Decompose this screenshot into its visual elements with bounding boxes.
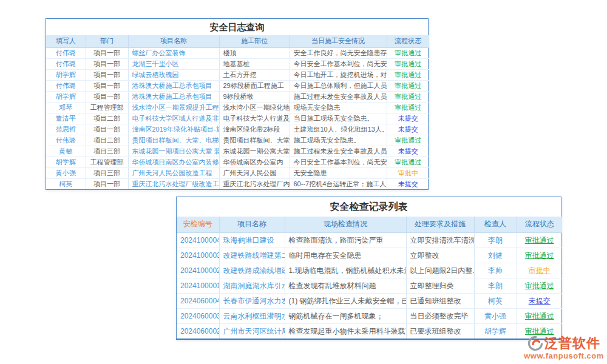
action-cell: 立即安排清洗车清洗	[406, 232, 474, 248]
status-cell[interactable]: 审批通过	[387, 157, 429, 167]
project-cell[interactable]: 港珠澳大桥施工总承包项目	[128, 91, 219, 102]
project-cell[interactable]: 港珠澳大桥施工总承包项目	[128, 80, 219, 91]
column-header-inspector[interactable]: 检查人	[474, 217, 517, 232]
location-cell: 潼南区绿化带2标段	[219, 124, 290, 135]
status-cell[interactable]: 审批中	[387, 167, 429, 178]
situation-cell: 施工过程未发生安全事故及人员受伤情况	[290, 91, 387, 102]
project-cell[interactable]: 改建铁路成渝线增建第二直...	[219, 263, 285, 278]
project-cell[interactable]: 浅水湾小区一期景观提升工程施工	[128, 102, 219, 113]
writer-cell[interactable]: 邓琴	[46, 102, 86, 113]
status-cell[interactable]: 审批通过	[387, 91, 429, 102]
id-cell[interactable]: 2024060002	[177, 323, 219, 339]
brand-url: www.fanpusoft.com	[524, 351, 604, 360]
id-cell[interactable]: 2024060003	[177, 308, 219, 323]
status-cell[interactable]: 审批中	[517, 263, 562, 278]
writer-cell[interactable]: 胡学辉	[46, 91, 86, 102]
situation-cell: 土建班组10人、绿化班组13人。施工现...	[290, 124, 387, 135]
status-cell[interactable]: 审批通过	[387, 58, 429, 69]
project-cell[interactable]: 东城花园一期项目公寓大堂 装饰工程	[128, 146, 219, 157]
inspector-cell[interactable]: 柯英	[474, 293, 517, 308]
project-cell[interactable]: 贵阳项目样板间、大堂、电梯厅装修工程	[128, 135, 219, 146]
status-cell[interactable]: 审批通过	[387, 80, 429, 91]
project-cell[interactable]: 华侨城项目南区办公室内装修工程	[128, 157, 219, 167]
id-cell[interactable]: 2024060004	[177, 293, 219, 308]
location-cell: 浅水湾小区一期绿化地	[219, 102, 290, 113]
column-header-status: 流程状态	[387, 35, 429, 47]
id-cell[interactable]: 2024100004	[177, 232, 219, 248]
dept-cell: 项目二部	[86, 135, 128, 146]
id-cell[interactable]: 2024100001	[177, 278, 219, 293]
column-header-project[interactable]: 项目名称	[219, 217, 285, 232]
finding-cell: 检查路面清洗，路面污染严重	[285, 232, 406, 248]
status-cell[interactable]: 审批通过	[517, 248, 562, 263]
column-header-id[interactable]: 安检编号	[177, 217, 219, 232]
inspector-cell[interactable]: 李朗	[474, 232, 517, 248]
writer-cell[interactable]: 范思哲	[46, 124, 86, 135]
writer-cell[interactable]: 付伟璐	[46, 47, 86, 58]
id-cell[interactable]: 2024100002	[177, 263, 219, 278]
status-cell[interactable]: 未提交	[517, 293, 562, 308]
inspector-cell[interactable]: 黄小强	[474, 308, 517, 323]
writer-cell[interactable]: 黄敏	[46, 146, 86, 157]
writer-cell[interactable]: 胡学辉	[46, 69, 86, 80]
inspector-cell[interactable]: 胡学辉	[474, 323, 517, 339]
status-cell[interactable]: 未提交	[387, 178, 429, 189]
writer-cell[interactable]: 付伟璐	[46, 80, 86, 91]
safety-log-body: 付伟璐项目一部螺丝厂办公室装饰楼顶安全工作良好，尚无安全隐患存在审批通过付伟璐项…	[46, 47, 429, 189]
table-row: 黄敏项目三部东城花园一期项目公寓大堂 装饰工程东城花园一期公寓大堂施工过程未发生…	[46, 146, 429, 157]
situation-cell: 今日安全工作基本到位，尚无安全隐患...	[290, 157, 387, 167]
location-cell: 广州天河人民公园	[219, 167, 290, 178]
project-cell[interactable]: 螺丝厂办公室装饰	[128, 47, 219, 58]
inspector-cell[interactable]: 李朗	[474, 278, 517, 293]
location-cell: 地基基桩	[219, 58, 290, 69]
writer-cell[interactable]: 柯英	[46, 178, 86, 189]
status-cell[interactable]: 审批通过	[387, 69, 429, 80]
project-cell[interactable]: 电子科技大学区域人行道及非机动车道工程	[128, 113, 219, 124]
page: 安全日志查询 填写人部门项目名称施工部位当日施工安全情况流程状态 付伟璐项目一部…	[0, 0, 607, 364]
writer-cell[interactable]: 付伟璐	[46, 135, 86, 146]
table-row: 邓琴工程管理部浅水湾小区一期景观提升工程施工浅水湾小区一期绿化地现场无安全隐患审…	[46, 102, 429, 113]
project-cell[interactable]: 广州天河人民公园改造工程	[128, 167, 219, 178]
project-cell[interactable]: 龙湖三千里小区	[128, 58, 219, 69]
situation-cell: 施工现场无安全隐患。	[290, 135, 387, 146]
column-header-finding[interactable]: 现场检查情况	[285, 217, 406, 232]
status-cell[interactable]: 审批通过	[387, 102, 429, 113]
location-cell: 电子科技大学人行道及非...	[219, 113, 290, 124]
project-cell[interactable]: 改建铁路线增建第二线直通...	[219, 248, 285, 263]
inspector-cell[interactable]: 刘健	[474, 248, 517, 263]
situation-cell: 今日施工总体顺利，但施工人员脚面烫伤	[290, 80, 387, 91]
inspector-cell[interactable]: 李帅	[474, 263, 517, 278]
status-cell[interactable]: 审批通过	[517, 278, 562, 293]
table-row: 黄小强项目三部广州天河人民公园改造工程广州天河人民公园无安全隐患审批中	[46, 167, 429, 178]
project-cell[interactable]: 云南水利枢纽潜明水库一期...	[219, 308, 285, 323]
writer-cell[interactable]: 胡学辉	[46, 157, 86, 167]
safety-log-header: 填写人部门项目名称施工部位当日施工安全情况流程状态	[46, 35, 429, 47]
project-cell[interactable]: 绿城云栖玫瑰园	[128, 69, 219, 80]
project-cell[interactable]: 长春市伊通河水力发电厂改...	[219, 293, 285, 308]
project-cell[interactable]: 重庆江北污水处理厂级改造工程-道路修复	[128, 178, 219, 189]
status-cell[interactable]: 审批通过	[517, 232, 562, 248]
status-cell[interactable]: 审批通过	[387, 47, 429, 58]
situation-cell: 当日施工现场无安全隐患。	[290, 113, 387, 124]
writer-cell[interactable]: 付伟璐	[46, 58, 86, 69]
column-header-dept: 部门	[86, 35, 128, 47]
project-cell[interactable]: 湖南洞庭湖水库引水工程施...	[219, 278, 285, 293]
table-row: 胡学辉项目一部绿城云栖玫瑰园土石方开挖今日工地开工，旋挖机进场，对旋挖机...审…	[46, 69, 429, 80]
column-header-status[interactable]: 流程状态	[517, 217, 562, 232]
status-cell[interactable]: 审批通过	[517, 308, 562, 323]
action-cell: 立即整理归类	[406, 278, 474, 293]
status-cell[interactable]: 未提交	[387, 146, 429, 157]
writer-cell[interactable]: 黄小强	[46, 167, 86, 178]
table-row: 董清平项目二部电子科技大学区域人行道及非机动车道工程电子科技大学人行道及非...…	[46, 113, 429, 124]
status-cell[interactable]: 未提交	[387, 113, 429, 124]
status-cell[interactable]: 审批通过	[387, 135, 429, 146]
id-cell[interactable]: 2024100003	[177, 248, 219, 263]
column-header-action[interactable]: 处理要求及措施	[406, 217, 474, 232]
project-cell[interactable]: 潼南区2019年绿化补贴项目-施工2标段	[128, 124, 219, 135]
table-row: 胡学辉工程管理部华侨城项目南区办公室内装修工程华侨城南区办公室内今日安全工作基本…	[46, 157, 429, 167]
situation-cell: 无安全隐患	[290, 167, 387, 178]
project-cell[interactable]: 广州市天河区统计局机房改...	[219, 323, 285, 339]
status-cell[interactable]: 未提交	[387, 124, 429, 135]
project-cell[interactable]: 珠海鹤港口建设	[219, 232, 285, 248]
writer-cell[interactable]: 董清平	[46, 113, 86, 124]
